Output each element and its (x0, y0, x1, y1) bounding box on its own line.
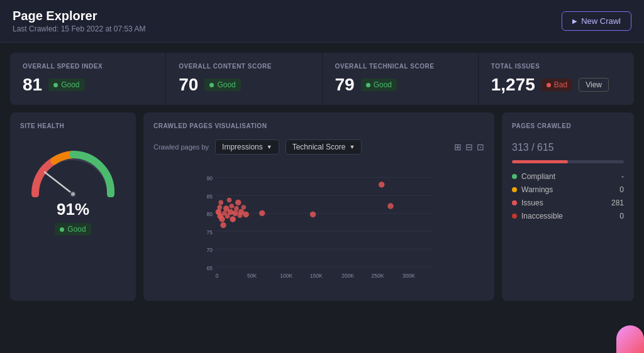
svg-point-41 (242, 205, 247, 210)
svg-point-42 (243, 212, 249, 218)
legend-val-issues: 281 (611, 198, 624, 207)
svg-text:100K: 100K (280, 273, 292, 279)
legend-label-issues: Issues (521, 198, 543, 207)
gauge-container (26, 141, 120, 197)
badge-dot (53, 83, 58, 87)
crawled-pages-title: CRAWLED PAGES VISUALISATION (153, 122, 267, 129)
svg-text:50K: 50K (247, 273, 257, 279)
svg-point-32 (227, 198, 232, 203)
svg-text:300K: 300K (402, 273, 415, 279)
svg-point-44 (310, 212, 316, 218)
gauge-svg (26, 141, 120, 197)
chart-icon-2[interactable]: ⊟ (465, 142, 473, 152)
metric-technical-label: OVERALL TECHNICAL SCORE (335, 63, 465, 70)
legend-val-warnings: 0 (619, 185, 624, 194)
pages-crawled-value: 313 / 615 (512, 136, 624, 155)
metric-content-value: 70 (179, 75, 198, 95)
metric-issues-value-row: 1,275 Bad View (491, 75, 621, 95)
pages-crawled-separator: / (529, 142, 537, 153)
metric-issues-value: 1,275 (491, 75, 535, 95)
badge-label: Good (67, 225, 86, 234)
progress-fill (512, 160, 568, 163)
svg-point-27 (220, 222, 226, 229)
progress-bar (512, 160, 624, 163)
site-health-badge: Good (55, 223, 91, 236)
crawled-by-label: Crawled pages by (153, 143, 209, 151)
svg-text:150K: 150K (310, 273, 323, 279)
dropdown-technical-arrow: ▼ (349, 144, 355, 150)
impressions-dropdown[interactable]: Impressions ▼ (215, 139, 279, 155)
pages-crawled-card: PAGES CRAWLED 313 / 615 Compliant - Warn… (502, 112, 634, 301)
legend-dot-compliant (512, 174, 517, 179)
svg-text:80: 80 (206, 211, 213, 217)
svg-text:85: 85 (206, 193, 213, 200)
svg-point-2 (71, 192, 75, 196)
legend-item-inaccessible: Inaccessible 0 (512, 212, 624, 220)
metric-technical-score: OVERALL TECHNICAL SCORE 79 Good (323, 53, 479, 105)
svg-point-25 (219, 216, 225, 222)
svg-point-43 (259, 210, 265, 217)
badge-label: Good (374, 80, 392, 89)
svg-point-34 (230, 204, 235, 209)
dropdown-technical-label: Technical Score (292, 143, 346, 151)
avatar[interactable] (616, 325, 644, 353)
pages-crawled-total: 615 (537, 142, 554, 153)
badge-label: Bad (554, 80, 567, 89)
metric-issues-label: TOTAL ISSUES (491, 63, 621, 70)
metric-content-value-row: 70 Good (179, 75, 309, 95)
legend-label-compliant: Compliant (521, 172, 555, 181)
legend-item-warnings: Warnings 0 (512, 185, 624, 194)
new-crawl-label: New Crawl (581, 16, 621, 26)
metric-technical-badge: Good (361, 79, 397, 91)
bottom-row: SITE HEALTH 91% Good (10, 112, 634, 301)
metrics-row: OVERALL SPEED INDEX 81 Good OVERALL CONT… (10, 53, 634, 105)
metric-issues-badge: Bad (541, 79, 572, 91)
header: Page Explorer Last Crawled: 15 Feb 2022 … (0, 0, 644, 43)
legend-dot-issues (512, 200, 517, 205)
metric-speed-index: OVERALL SPEED INDEX 81 Good (10, 53, 166, 105)
last-crawled: Last Crawled: 15 Feb 2022 at 07:53 AM (13, 24, 145, 33)
svg-point-28 (218, 200, 223, 205)
svg-point-46 (387, 203, 394, 209)
chart-icon-3[interactable]: ⊡ (477, 142, 484, 152)
legend: Compliant - Warnings 0 Issues 281 (512, 172, 624, 220)
page-title: Page Explorer (13, 9, 145, 23)
badge-label: Good (61, 80, 79, 89)
svg-point-38 (235, 200, 242, 206)
metric-technical-value-row: 79 Good (335, 75, 465, 95)
view-button[interactable]: View (579, 78, 609, 92)
play-icon: ▶ (572, 18, 577, 24)
badge-dot (547, 83, 551, 87)
legend-label-warnings: Warnings (521, 185, 553, 194)
chart-icons: ⊞ ⊟ ⊡ (454, 142, 484, 152)
svg-text:200K: 200K (341, 273, 354, 279)
svg-text:65: 65 (206, 265, 213, 271)
metric-content-badge: Good (204, 79, 240, 91)
svg-text:70: 70 (206, 247, 213, 253)
svg-point-37 (234, 206, 239, 211)
legend-label-inaccessible: Inaccessible (521, 212, 563, 220)
metric-speed-label: OVERALL SPEED INDEX (23, 63, 153, 70)
legend-dot-warnings (512, 187, 517, 192)
badge-label: Good (217, 80, 235, 89)
svg-point-35 (230, 216, 236, 222)
metric-speed-badge: Good (48, 79, 84, 91)
new-crawl-button[interactable]: ▶ New Crawl (562, 11, 631, 31)
pages-crawled-current: 313 (512, 142, 529, 153)
legend-val-compliant: - (621, 172, 624, 181)
svg-line-0 (45, 172, 73, 194)
svg-text:90: 90 (206, 175, 213, 182)
svg-point-36 (232, 210, 238, 217)
metric-technical-value: 79 (335, 75, 355, 95)
legend-item-compliant: Compliant - (512, 172, 624, 181)
dropdown-impressions-label: Impressions (222, 143, 263, 151)
pages-crawled-title: PAGES CRAWLED (512, 122, 624, 129)
technical-score-dropdown[interactable]: Technical Score ▼ (286, 139, 362, 155)
chart-icon-1[interactable]: ⊞ (454, 142, 462, 152)
metric-content-score: OVERALL CONTENT SCORE 70 Good (166, 53, 322, 105)
svg-text:250K: 250K (372, 273, 384, 279)
dropdown-impressions-arrow: ▼ (267, 144, 272, 150)
crawled-pages-card: CRAWLED PAGES VISUALISATION Crawled page… (143, 112, 494, 301)
avatar-corner[interactable] (616, 325, 644, 353)
scatter-chart: 65 70 75 80 85 90 0 50K 100K 150K 200K 2… (153, 160, 484, 279)
